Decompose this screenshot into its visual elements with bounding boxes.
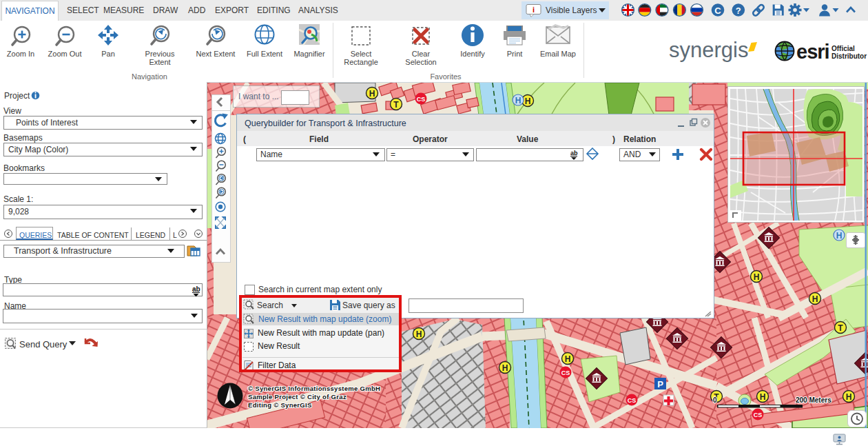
svg-text:0: 0 xyxy=(713,396,717,404)
svg-text:H: H xyxy=(502,363,508,373)
svg-text:H: H xyxy=(846,392,852,402)
svg-text:CS: CS xyxy=(628,397,637,404)
svg-text:© SynerGIS Informationssysteme: © SynerGIS Informationssysteme GmbH xyxy=(248,385,380,392)
svg-text:CS: CS xyxy=(561,369,570,376)
svg-text:Visible Layers: Visible Layers xyxy=(546,6,597,15)
svg-text:H: H xyxy=(565,354,571,364)
svg-text:Official: Official xyxy=(831,45,855,52)
svg-text:esri: esri xyxy=(796,41,829,63)
svg-text:ab: ab xyxy=(570,150,578,156)
svg-text:T: T xyxy=(838,323,843,333)
svg-text:Distributor: Distributor xyxy=(831,52,867,60)
svg-text:H: H xyxy=(416,330,422,339)
svg-text:synergis: synergis xyxy=(669,38,748,62)
svg-text:H: H xyxy=(369,89,375,99)
svg-text:CS: CS xyxy=(417,96,426,103)
svg-text:Editing © SynerGIS: Editing © SynerGIS xyxy=(248,401,312,409)
svg-text:200 Meters: 200 Meters xyxy=(796,396,831,404)
svg-text:H: H xyxy=(525,97,531,106)
svg-text:Sample Project © City of Graz: Sample Project © City of Graz xyxy=(248,393,347,401)
svg-text:H: H xyxy=(754,272,760,282)
svg-text:ab: ab xyxy=(192,285,200,293)
svg-text:H: H xyxy=(515,96,521,105)
svg-text:T: T xyxy=(393,100,399,110)
svg-text:i: i xyxy=(533,6,535,14)
svg-text:C: C xyxy=(714,6,721,16)
svg-text:H: H xyxy=(836,231,843,241)
svg-text:H: H xyxy=(812,294,818,304)
svg-text:H: H xyxy=(760,392,766,402)
svg-text:CS: CS xyxy=(754,412,763,418)
svg-text:P: P xyxy=(657,379,663,389)
svg-text:?: ? xyxy=(736,6,741,16)
